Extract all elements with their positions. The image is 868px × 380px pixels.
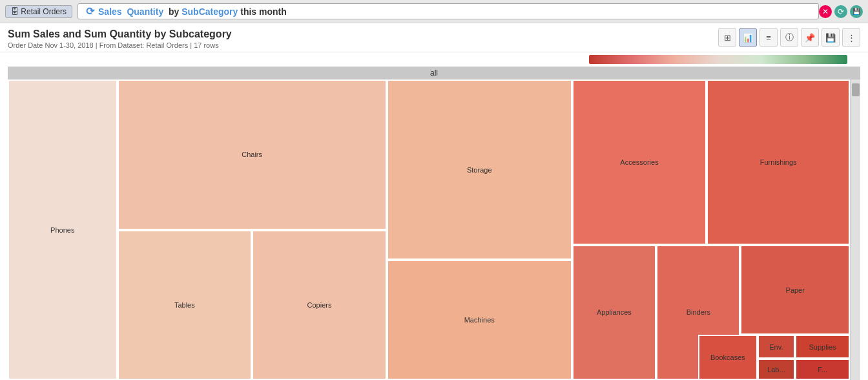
treemap-label-appliances: Appliances bbox=[597, 308, 632, 316]
window-controls: ✕ ⟳ 💾 bbox=[819, 5, 863, 18]
treemap-all-header[interactable]: all bbox=[8, 67, 860, 79]
active-tab: ⟳ Sales Quantity by SubCategory this mon… bbox=[78, 3, 819, 19]
table-view-button[interactable]: ⊞ bbox=[718, 28, 736, 47]
treemap-cell-paper[interactable]: Paper bbox=[740, 245, 850, 335]
treemap-label-chairs: Chairs bbox=[242, 151, 262, 158]
save-window-button[interactable]: 💾 bbox=[850, 5, 863, 18]
treemap: PhonesChairsStorageAccessoriesFurnishing… bbox=[8, 79, 850, 380]
database-icon: 🗄 bbox=[11, 7, 19, 16]
viz-subtitle: Order Date Nov 1-30, 2018 | From Dataset… bbox=[8, 41, 718, 49]
retail-orders-label: Retail Orders bbox=[21, 7, 67, 16]
chart-view-button[interactable]: 📊 bbox=[739, 28, 757, 47]
viz-title: Sum Sales and Sum Quantity by Subcategor… bbox=[8, 28, 718, 40]
treemap-label-accessories: Accessories bbox=[620, 158, 658, 166]
scrollbar-thumb[interactable] bbox=[852, 83, 860, 96]
pin-button[interactable]: 📌 bbox=[801, 28, 819, 47]
treemap-label-envelopes: Env. bbox=[769, 343, 783, 351]
treemap-cell-fasteners[interactable]: F... bbox=[795, 359, 850, 380]
scrollbar[interactable] bbox=[850, 79, 860, 380]
treemap-label-copiers: Copiers bbox=[307, 301, 332, 309]
treemap-cell-labels[interactable]: Lab... bbox=[758, 359, 796, 380]
treemap-label-supplies: Supplies bbox=[809, 343, 836, 351]
viz-title-area: Sum Sales and Sum Quantity by Subcategor… bbox=[8, 28, 718, 49]
treemap-cell-supplies[interactable]: Supplies bbox=[795, 335, 850, 359]
treemap-cell-chairs[interactable]: Chairs bbox=[118, 79, 387, 230]
treemap-cell-appliances[interactable]: Appliances bbox=[572, 245, 656, 380]
list-view-button[interactable]: ≡ bbox=[760, 28, 778, 47]
more-options-button[interactable]: ⋮ bbox=[842, 28, 860, 47]
treemap-cell-copiers[interactable]: Copiers bbox=[252, 230, 387, 381]
viz-toolbar: ⊞ 📊 ≡ ⓘ 📌 💾 ⋮ bbox=[718, 28, 860, 47]
treemap-label-binders: Binders bbox=[687, 308, 710, 316]
close-button[interactable]: ✕ bbox=[819, 5, 832, 18]
title-bar: 🗄 Retail Orders ⟳ Sales Quantity by SubC… bbox=[0, 0, 868, 23]
treemap-label-bookcases: Bookcases bbox=[710, 354, 745, 361]
treemap-label-phones: Phones bbox=[50, 226, 74, 234]
retail-orders-tab[interactable]: 🗄 Retail Orders bbox=[5, 5, 72, 18]
treemap-label-tables: Tables bbox=[174, 301, 195, 309]
treemap-label-labels: Lab... bbox=[767, 366, 785, 374]
title-sales: Sales Quantity by SubCategory this month bbox=[98, 6, 287, 17]
treemap-label-fasteners: F... bbox=[818, 366, 827, 374]
treemap-label-furnishings: Furnishings bbox=[760, 158, 797, 166]
treemap-cell-storage[interactable]: Storage bbox=[387, 79, 572, 260]
color-gradient-bar bbox=[589, 55, 847, 64]
treemap-label-storage: Storage bbox=[467, 166, 492, 174]
treemap-label-machines: Machines bbox=[464, 316, 495, 324]
treemap-cell-furnishings[interactable]: Furnishings bbox=[707, 79, 850, 245]
treemap-cell-bookcases[interactable]: Bookcases bbox=[698, 335, 757, 380]
info-button[interactable]: ⓘ bbox=[780, 28, 798, 47]
treemap-cell-tables[interactable]: Tables bbox=[118, 230, 253, 381]
refresh-button[interactable]: ⟳ bbox=[834, 5, 847, 18]
viz-header: Sum Sales and Sum Quantity by Subcategor… bbox=[0, 23, 868, 52]
save-viz-button[interactable]: 💾 bbox=[822, 28, 840, 47]
treemap-label-paper: Paper bbox=[786, 286, 805, 294]
treemap-cell-phones[interactable]: Phones bbox=[8, 79, 118, 380]
treemap-cell-envelopes[interactable]: Env. bbox=[758, 335, 796, 359]
color-legend bbox=[0, 52, 868, 67]
refresh-tab-icon: ⟳ bbox=[86, 5, 94, 17]
treemap-cell-machines[interactable]: Machines bbox=[387, 260, 572, 380]
treemap-cell-accessories[interactable]: Accessories bbox=[572, 79, 707, 245]
chart-area: all PhonesChairsStorageAccessoriesFurnis… bbox=[0, 67, 868, 380]
